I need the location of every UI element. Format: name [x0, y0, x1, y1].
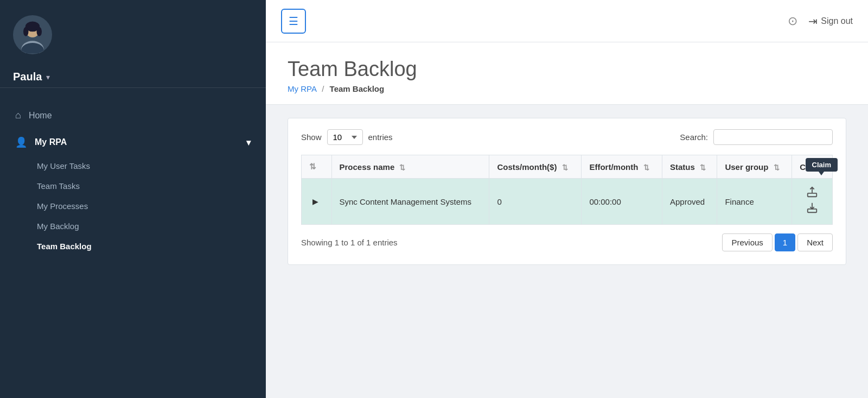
col-expand: ⇅	[302, 155, 332, 179]
search-input[interactable]	[713, 129, 833, 145]
table-row: ▶ Sync Content Management Systems 0 00:0…	[302, 179, 833, 225]
mybacklog-label: My Backlog	[37, 222, 79, 231]
cell-status: Approved	[662, 179, 717, 225]
topbar: ☰ ⊙ ⇥ Sign out	[266, 0, 868, 42]
sort-costs-icon: ⇅	[562, 163, 568, 172]
cell-expand: ▶	[302, 179, 332, 225]
person-icon: 👤	[15, 136, 27, 148]
breadcrumb: My RPA / Team Backlog	[288, 84, 846, 93]
breadcrumb-current: Team Backlog	[330, 84, 385, 93]
svg-rect-8	[808, 193, 817, 197]
sidebar-item-myprocesses[interactable]: My Processes	[0, 196, 266, 216]
table-header-row: ⇅ Process name ⇅ Costs/month($) ⇅ Effort…	[302, 155, 833, 179]
breadcrumb-separator: /	[322, 84, 324, 93]
table-controls: Show 10 25 50 100 entries Search:	[301, 129, 833, 145]
col-effort[interactable]: Effort/month ⇅	[582, 155, 662, 179]
show-entries-select[interactable]: 10 25 50 100	[327, 129, 363, 145]
help-icon[interactable]: ⊙	[788, 14, 797, 28]
showing-text: Showing 1 to 1 of 1 entries	[301, 238, 398, 247]
claim-button-upload[interactable]	[806, 186, 818, 201]
table-footer: Showing 1 to 1 of 1 entries Previous 1 N…	[301, 233, 833, 251]
menu-toggle-button[interactable]: ☰	[281, 9, 306, 34]
previous-button[interactable]: Previous	[722, 233, 772, 251]
pagination: Previous 1 Next	[722, 233, 833, 251]
page-number[interactable]: 1	[775, 233, 795, 251]
svg-point-6	[23, 27, 28, 36]
sidebar-home-label: Home	[29, 111, 52, 121]
topbar-right: ⊙ ⇥ Sign out	[788, 14, 853, 28]
breadcrumb-root[interactable]: My RPA	[288, 84, 316, 93]
cell-process-name: Sync Content Management Systems	[331, 179, 489, 225]
myusertasks-label: My User Tasks	[37, 161, 90, 170]
sort-effort-icon: ⇅	[643, 163, 649, 172]
cell-claim: Claim	[792, 179, 833, 225]
sort-icon: ⇅	[309, 162, 316, 171]
cell-usergroup: Finance	[717, 179, 792, 225]
sidebar-item-mybacklog[interactable]: My Backlog	[0, 216, 266, 236]
claim-button-download[interactable]	[806, 202, 818, 217]
teambacklog-label: Team Backlog	[37, 242, 92, 251]
search-label: Search:	[680, 132, 708, 142]
claim-tooltip: Claim	[806, 158, 838, 172]
signout-button[interactable]: ⇥ Sign out	[808, 15, 853, 28]
avatar	[13, 15, 52, 54]
sidebar-item-teambacklog[interactable]: Team Backlog	[0, 236, 266, 256]
main-content: ☰ ⊙ ⇥ Sign out Team Backlog My RPA / Tea…	[266, 0, 868, 398]
sidebar-header	[0, 0, 266, 65]
sidebar-item-home[interactable]: ⌂ Home	[0, 102, 266, 129]
data-table: ⇅ Process name ⇅ Costs/month($) ⇅ Effort…	[301, 155, 833, 225]
user-info[interactable]: Paula ▾	[0, 71, 266, 83]
table-section: Show 10 25 50 100 entries Search:	[288, 118, 846, 265]
myprocesses-label: My Processes	[37, 201, 88, 211]
col-status[interactable]: Status ⇅	[662, 155, 717, 179]
sort-usergroup-icon: ⇅	[774, 163, 780, 172]
sidebar-myrpa-label: My RPA	[35, 137, 67, 147]
search-area: Search:	[680, 129, 833, 145]
col-process-name[interactable]: Process name ⇅	[331, 155, 489, 179]
home-icon: ⌂	[15, 110, 21, 121]
sidebar-item-myrpa[interactable]: 👤 My RPA ▾	[0, 129, 266, 156]
entries-label: entries	[368, 132, 393, 142]
next-button[interactable]: Next	[797, 233, 833, 251]
myrpa-chevron-icon: ▾	[246, 137, 251, 148]
sidebar-item-teamtasks[interactable]: Team Tasks	[0, 176, 266, 196]
signout-label: Sign out	[821, 16, 853, 26]
user-name: Paula	[13, 71, 42, 83]
sidebar-nav: ⌂ Home 👤 My RPA ▾ My User Tasks Team Tas…	[0, 102, 266, 256]
expand-button[interactable]: ▶	[309, 196, 322, 207]
sidebar: Paula ▾ ⌂ Home 👤 My RPA ▾ My User Tasks …	[0, 0, 266, 398]
sidebar-item-myusertasks[interactable]: My User Tasks	[0, 156, 266, 176]
signout-icon: ⇥	[808, 15, 818, 28]
hamburger-icon: ☰	[289, 15, 298, 28]
show-label: Show	[301, 132, 322, 142]
user-dropdown-icon[interactable]: ▾	[46, 73, 50, 81]
content-area: Team Backlog My RPA / Team Backlog Show …	[266, 42, 868, 398]
col-costs[interactable]: Costs/month($) ⇅	[489, 155, 582, 179]
sort-process-icon: ⇅	[399, 163, 405, 172]
sort-status-icon: ⇅	[700, 163, 706, 172]
show-entries: Show 10 25 50 100 entries	[301, 129, 393, 145]
page-title: Team Backlog	[288, 58, 846, 81]
page-header: Team Backlog My RPA / Team Backlog	[266, 42, 868, 105]
teamtasks-label: Team Tasks	[37, 181, 80, 191]
cell-effort: 00:00:00	[582, 179, 662, 225]
cell-costs: 0	[489, 179, 582, 225]
col-usergroup[interactable]: User group ⇅	[717, 155, 792, 179]
svg-point-7	[37, 27, 42, 36]
